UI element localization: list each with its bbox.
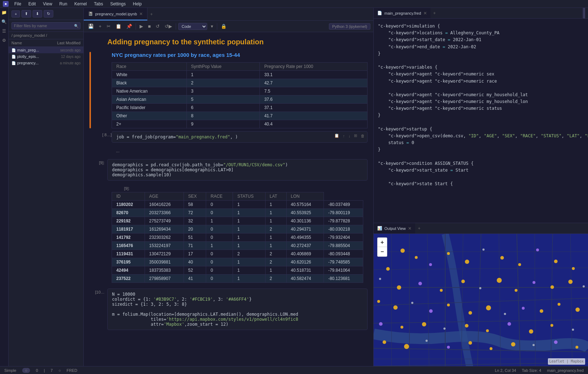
menu-view[interactable]: View xyxy=(42,1,54,7)
output-tab[interactable]: 📊 Output View ✕ xyxy=(374,223,415,233)
menu-run[interactable]: Run xyxy=(58,1,69,7)
code-line: "c-keyword">variables { xyxy=(378,64,584,71)
table-row: Black242.7 xyxy=(112,79,368,87)
map-dot xyxy=(400,326,403,329)
cell-title: Adding pregnancy to the synthetic popula… xyxy=(89,38,368,49)
cell-type-select[interactable]: Code Markdown xyxy=(178,23,207,30)
file-name-pregnancy: pregnancy... xyxy=(17,61,48,65)
menu-help[interactable]: Help xyxy=(131,1,143,7)
cell-content-10: N = 10000 colordict = {1: '#B3B9C7', 2: … xyxy=(107,289,368,330)
cell-input-9[interactable]: demographics = pd.read_csv(job.path_to_j… xyxy=(107,159,368,181)
file-mod-pregnancy: a minute ago xyxy=(48,61,81,65)
status-toggle[interactable]: ○ xyxy=(22,368,30,373)
menubar: ■ File Edit View Run Kernel Tabs Setting… xyxy=(0,0,588,8)
icon-sidebar: 📁 🔍 ☰ ⚙ xyxy=(0,8,9,366)
cell-input-10[interactable]: N = 10000 colordict = {1: '#B3B9C7', 2: … xyxy=(107,289,368,330)
menu-edit[interactable]: Edit xyxy=(27,1,37,7)
code-line: "c-keyword">start_date = 2022-Jan-01 xyxy=(378,36,584,43)
code-editor-panel: 📄 main_pregnancy.fred ✕ + "c-keyword">si… xyxy=(374,8,588,223)
zoom-out-button[interactable]: − xyxy=(378,247,387,256)
cell-type-chevron[interactable]: ▾ xyxy=(209,23,215,30)
cell-9-output: [9]: IDAGESEXRACESTATUSLATLON 1180202160… xyxy=(107,182,368,286)
download-button[interactable]: ⬇ xyxy=(33,10,42,18)
cell-input-8[interactable]: 📋 ↑ ↓ ⊞ 🗑 job = fred_job(program="main_p… xyxy=(112,131,368,143)
sep2 xyxy=(176,23,176,30)
file-item-pregnancy[interactable]: 📄 pregnancy... a minute ago xyxy=(9,60,83,66)
run-button[interactable]: ▶ xyxy=(138,23,145,30)
menu-file[interactable]: File xyxy=(13,1,23,7)
cell-10: [10… N = 10000 colordict = {1: '#B3B9C7'… xyxy=(89,289,368,330)
file-item-main[interactable]: 📄 main_preg... seconds ago xyxy=(9,47,83,53)
sep1 xyxy=(136,23,136,30)
search-input[interactable] xyxy=(11,22,81,29)
code-editor-close[interactable]: ✕ xyxy=(423,11,427,16)
map-attribution: Leaflet | Mapbox xyxy=(548,358,585,365)
output-close[interactable]: ✕ xyxy=(408,226,412,231)
copy-button[interactable]: 📋 xyxy=(114,23,123,30)
code-editor-tab[interactable]: 📄 main_pregnancy.fred ✕ xyxy=(374,8,431,18)
notebook-area: 📓 pregnancy_model.ipynb ✕ + 💾 + ✂ 📋 📌 ▶ … xyxy=(84,8,373,366)
search-container: 🔍 xyxy=(9,20,83,32)
file-mod-plotly: 12 days ago xyxy=(48,55,81,59)
map-dot xyxy=(397,285,401,290)
zoom-in-button[interactable]: + xyxy=(378,238,387,247)
map-dot xyxy=(504,313,506,315)
save-button[interactable]: 💾 xyxy=(87,23,95,30)
code-line: "c-keyword">condition ASSIGN_STATUS { xyxy=(378,160,584,167)
refresh-button[interactable]: ↻ xyxy=(44,10,53,18)
cell-move-btn[interactable]: ⊞ xyxy=(353,133,358,138)
notebook-tab-add[interactable]: + xyxy=(147,8,156,20)
upload-button[interactable]: ⬆ xyxy=(21,10,31,18)
code-editor-tab-add[interactable]: + xyxy=(431,8,439,18)
notebook-toolbar: 💾 + ✂ 📋 📌 ▶ ■ ↺ ↺▶ Code Markdown ▾ 🔒 Pyt… xyxy=(84,21,373,32)
map-dot xyxy=(500,256,504,260)
sidebar-files-icon[interactable]: 📁 xyxy=(1,9,8,16)
file-item-plotly[interactable]: 📄 plotly_epis... 12 days ago xyxy=(9,53,83,60)
map-dot xyxy=(572,329,574,331)
th-synthpop: SynthPop Value xyxy=(186,63,260,71)
map-dot xyxy=(558,303,560,306)
map-dot xyxy=(575,346,578,349)
table-row: 1417922323032625101140.494355-79.932404 xyxy=(112,233,363,242)
kernel-badge: Python 3 (ipykernel) xyxy=(329,23,370,30)
cell-number-10: [10… xyxy=(89,289,107,294)
code-file-icon: 📄 xyxy=(377,11,382,15)
map-dot xyxy=(440,289,443,292)
sidebar-search-icon[interactable]: 🔍 xyxy=(1,19,8,25)
table-row: Asian American537.6 xyxy=(112,95,368,104)
notebook-tab-close[interactable]: ✕ xyxy=(139,11,143,16)
code-line: "c-keyword">startup { xyxy=(378,126,584,133)
map-dot xyxy=(533,344,535,346)
menu-settings[interactable]: Settings xyxy=(109,1,127,7)
restart-run-button[interactable]: ↺▶ xyxy=(163,23,174,30)
statusbar: Simple ○ 0 | 7 ○ FRED Ln 2, Col 34 Tab S… xyxy=(0,366,588,374)
table-row: 2375222798589074101240.582474-80.123681 xyxy=(112,275,363,283)
cell-down-btn[interactable]: ↓ xyxy=(348,133,352,138)
map-dot xyxy=(400,248,405,253)
map-dot xyxy=(377,300,380,303)
trusted-icon[interactable]: 🔒 xyxy=(219,23,228,30)
sidebar-gear-icon[interactable]: ⚙ xyxy=(1,37,8,44)
demo-table: IDAGESEXRACESTATUSLATLON 118020216041622… xyxy=(112,192,363,283)
menu-tabs[interactable]: Tabs xyxy=(93,1,105,7)
notebook-tabbar: 📓 pregnancy_model.ipynb ✕ + xyxy=(84,8,373,21)
notebook-content[interactable]: Adding pregnancy to the synthetic popula… xyxy=(84,32,373,366)
restart-button[interactable]: ↺ xyxy=(154,23,161,30)
add-cell-button[interactable]: + xyxy=(97,23,103,30)
cut-button[interactable]: ✂ xyxy=(105,23,112,30)
cell-delete-btn[interactable]: 🗑 xyxy=(360,133,366,138)
status-kernel-name: FRED xyxy=(67,368,77,373)
output-tab-add[interactable]: + xyxy=(415,223,423,233)
map-dot xyxy=(486,329,489,332)
cell-copy-btn[interactable]: 📋 xyxy=(333,133,340,138)
new-file-button[interactable]: + xyxy=(11,10,20,18)
notebook-tab-icon: 📓 xyxy=(88,11,93,16)
sidebar-list-icon[interactable]: ☰ xyxy=(1,28,8,34)
cell-up-btn[interactable]: ↑ xyxy=(342,133,346,138)
stop-button[interactable]: ■ xyxy=(147,23,152,30)
map-container[interactable]: + − Leaflet | Mapbox xyxy=(374,234,588,366)
notebook-tab-pregnancy[interactable]: 📓 pregnancy_model.ipynb ✕ xyxy=(84,8,147,20)
paste-button[interactable]: 📌 xyxy=(125,23,133,30)
menu-kernel[interactable]: Kernel xyxy=(73,1,88,7)
file-name-plotly: plotly_epis... xyxy=(17,54,48,59)
